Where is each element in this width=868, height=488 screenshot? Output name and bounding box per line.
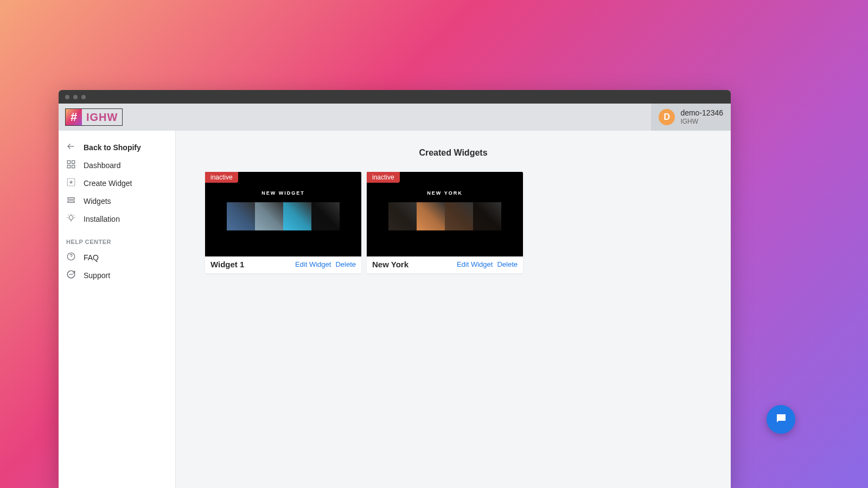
svg-rect-1 [67,160,70,163]
widget-name: Widget 1 [210,260,244,269]
add-box-icon [66,177,76,189]
svg-point-22 [72,274,73,275]
sidebar-item-label: Dashboard [84,161,121,170]
thumb-image [445,202,473,230]
sidebar-item-label: Create Widget [84,179,132,188]
widget-preview[interactable]: inactive NEW WIDGET [205,172,361,256]
sidebar-section-help: HELP CENTER [59,228,175,248]
status-badge: inactive [205,172,238,183]
chat-circle-icon [66,269,76,281]
chat-icon [775,412,788,427]
header-bar: # IGHW D demo-12346 IGHW [59,104,731,131]
thumb-image [417,202,445,230]
sidebar-item-label: Support [84,271,110,280]
edit-widget-link[interactable]: Edit Widget [295,260,331,268]
window-titlebar [59,90,731,104]
widget-cards: inactive NEW WIDGET Widget 1 [205,172,701,273]
traffic-light-max[interactable] [81,95,86,99]
sidebar: Back to Shopify Dashboard Create Widget [59,131,176,488]
user-menu[interactable]: D demo-12346 IGHW [651,104,731,131]
sidebar-item-back-to-shopify[interactable]: Back to Shopify [59,138,175,156]
svg-rect-4 [72,165,75,168]
sidebar-item-create-widget[interactable]: Create Widget [59,174,175,192]
sidebar-item-faq[interactable]: FAQ [59,248,175,266]
user-subtitle: IGHW [680,118,723,125]
help-circle-icon [66,252,76,263]
svg-point-20 [69,274,70,275]
svg-line-15 [74,215,74,215]
svg-point-21 [71,274,72,275]
edit-widget-link[interactable]: Edit Widget [457,260,493,268]
sidebar-item-label: FAQ [84,253,99,262]
svg-point-10 [69,216,73,220]
thumb-image [255,202,283,230]
sidebar-item-dashboard[interactable]: Dashboard [59,156,175,174]
widget-card: inactive NEW YORK New York [367,172,523,273]
arrow-left-icon [66,142,76,153]
thumb-image [311,202,340,230]
traffic-light-close[interactable] [65,95,69,99]
logo-hash-icon: # [66,109,82,125]
user-name: demo-12346 [680,108,723,118]
thumb-image [388,202,417,230]
thumb-image [473,202,501,230]
stack-icon [66,195,76,207]
sidebar-item-label: Installation [84,215,120,223]
user-text: demo-12346 IGHW [680,108,723,125]
card-footer: Widget 1 Edit Widget Delete [205,256,361,273]
page-title: Created Widgets [205,148,701,158]
svg-rect-8 [68,198,74,200]
widget-card: inactive NEW WIDGET Widget 1 [205,172,361,273]
main-content: Created Widgets inactive NEW WIDGET [176,131,731,488]
card-footer: New York Edit Widget Delete [367,256,523,273]
sidebar-item-label: Widgets [84,197,111,206]
delete-widget-link[interactable]: Delete [335,260,356,268]
svg-rect-2 [72,160,75,163]
preview-title: NEW YORK [427,190,462,196]
status-badge: inactive [367,172,400,183]
thumbnails [388,202,501,230]
svg-rect-9 [68,201,74,203]
bulb-icon [66,213,76,224]
logo-text: IGHW [82,109,122,125]
grid-icon [66,159,76,171]
sidebar-item-label: Back to Shopify [84,143,141,152]
sidebar-item-widgets[interactable]: Widgets [59,192,175,210]
widget-name: New York [372,260,409,269]
widget-preview[interactable]: inactive NEW YORK [367,172,523,256]
app-logo[interactable]: # IGHW [65,108,123,126]
svg-rect-3 [67,165,70,168]
preview-title: NEW WIDGET [261,190,305,196]
thumb-image [283,202,311,230]
app-window: # IGHW D demo-12346 IGHW Back to Shopify [59,90,731,488]
sidebar-item-support[interactable]: Support [59,266,175,284]
svg-line-14 [68,215,69,215]
thumbnails [227,202,340,230]
traffic-light-min[interactable] [73,95,78,99]
avatar: D [659,109,675,125]
sidebar-item-installation[interactable]: Installation [59,210,175,228]
thumb-image [227,202,255,230]
delete-widget-link[interactable]: Delete [497,260,518,268]
chat-fab[interactable] [767,405,795,434]
